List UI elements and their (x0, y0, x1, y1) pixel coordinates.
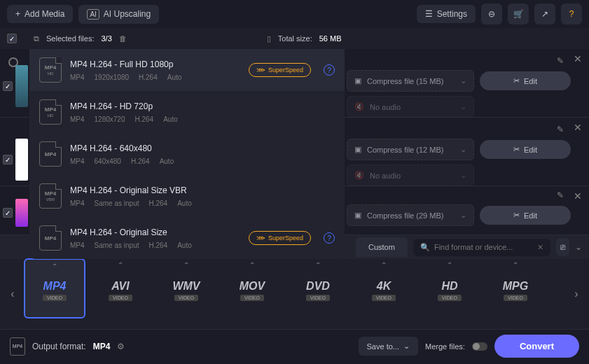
output-format-label: Output format: (32, 342, 86, 351)
format-tile-dvd[interactable]: ⌃ DVD VIDEO (287, 258, 349, 318)
preset-title: MP4 H.264 - Full HD 1080p (70, 59, 240, 69)
help-button[interactable]: ? (561, 4, 582, 24)
preset-title: MP4 H.264 - Original Size VBR (70, 186, 335, 195)
chevron-down-icon[interactable]: ⌄ (575, 242, 582, 252)
preset-info: MP4 H.264 - Original Size MP4Same as inp… (70, 227, 240, 249)
save-to-button[interactable]: Save to... ⌄ (359, 337, 418, 356)
preset-meta: MP41280x720H.264Auto (70, 115, 335, 123)
chevron-down-icon: ⌄ (460, 171, 466, 180)
search-box[interactable]: 🔍 ✕ (413, 239, 550, 256)
chevron-up-icon: ⌃ (315, 261, 321, 269)
thumbnail (15, 199, 28, 227)
chevron-down-icon: ⌄ (460, 145, 466, 154)
cart-icon: 🛒 (513, 9, 524, 19)
compress-dropdown[interactable]: ▣ Compress file (15 MB) ⌄ (347, 70, 474, 92)
file-checkbox[interactable] (3, 155, 13, 164)
preset-title: MP4 H.264 - Original Size (70, 227, 240, 237)
merge-files-toggle[interactable] (472, 342, 487, 351)
close-icon[interactable]: ✕ (574, 190, 582, 202)
output-format-icon: MP4 (10, 337, 25, 356)
format-sublabel: VIDEO (109, 295, 132, 301)
format-tile-wmv[interactable]: ⌃ WMV VIDEO (155, 258, 217, 318)
bolt-icon: ⋙ (256, 234, 265, 241)
close-icon[interactable]: ✕ (574, 53, 582, 64)
compress-label: Compress file (15 MB) (367, 77, 443, 85)
preset-info: MP4 H.264 - Original Size VBR MP4Same as… (70, 186, 335, 207)
edit-button[interactable]: ✂ Edit (480, 206, 571, 225)
audio-dropdown[interactable]: 🔇 No audio ⌄ (347, 96, 474, 118)
merge-files-label: Merge files: (425, 342, 465, 351)
pencil-icon[interactable]: ✎ (557, 190, 564, 200)
file-checkbox[interactable] (3, 81, 13, 91)
edit-button[interactable]: ✂ Edit (480, 71, 571, 90)
chevron-up-icon: ⌃ (118, 261, 123, 269)
gear-icon[interactable]: ⚙ (117, 342, 125, 351)
compress-icon: ▣ (354, 145, 361, 154)
edit-button[interactable]: ✂ Edit (480, 140, 571, 159)
clear-search-icon[interactable]: ✕ (537, 243, 543, 252)
chevron-down-icon: ⌄ (460, 102, 466, 111)
key-button[interactable]: ⊖ (481, 4, 502, 24)
format-sublabel: VIDEO (438, 295, 462, 301)
compress-dropdown[interactable]: ▣ Compress file (12 MB) ⌄ (347, 139, 474, 160)
chevron-down-icon: ⌄ (460, 211, 466, 220)
preset-item[interactable]: MP4HD MP4 H.264 - HD 720p MP41280x720H.2… (29, 91, 345, 133)
format-logo: MP4 (43, 281, 67, 292)
preset-title: MP4 H.264 - HD 720p (70, 102, 335, 111)
ai-icon: AI (87, 9, 99, 20)
device-button[interactable]: ⎚ (556, 238, 569, 256)
format-tile-hd[interactable]: ⌃ HD VIDEO (419, 258, 480, 318)
preset-item[interactable]: MP4VBR MP4 H.264 - Original Size VBR MP4… (29, 175, 345, 217)
compress-dropdown[interactable]: ▣ Compress file (29 MB) ⌄ (347, 204, 474, 226)
edit-label: Edit (524, 146, 537, 154)
search-icon: 🔍 (420, 243, 430, 252)
search-input[interactable] (434, 243, 533, 251)
preset-meta: MP4Same as inputH.264Auto (70, 241, 240, 249)
output-format-value: MP4 (93, 342, 111, 351)
compress-icon: ▣ (354, 211, 361, 220)
next-formats-button[interactable]: › (569, 288, 583, 300)
format-sublabel: VIDEO (504, 295, 527, 301)
info-icon[interactable]: ? (324, 232, 335, 244)
file-checkbox[interactable] (3, 208, 13, 218)
preset-item[interactable]: MP4 MP4 H.264 - Original Size MP4Same as… (29, 217, 345, 259)
format-tile-mpg[interactable]: ⌃ MPG VIDEO (485, 258, 546, 318)
superspeed-badge: ⋙SuperSpeed (249, 63, 311, 77)
add-media-label: Add Media (25, 9, 64, 19)
pencil-icon[interactable]: ✎ (557, 125, 564, 134)
plus-icon: + (15, 9, 20, 19)
preset-item[interactable]: MP4HD MP4 H.264 - Full HD 1080p MP41920x… (29, 49, 345, 91)
format-tile-4k[interactable]: ⌃ 4K VIDEO (353, 258, 415, 318)
prev-formats-button[interactable]: ‹ (6, 288, 20, 300)
format-tile-mov[interactable]: ⌃ MOV VIDEO (221, 258, 283, 318)
custom-tab[interactable]: Custom (356, 237, 408, 257)
format-logo: 4K (377, 281, 391, 292)
convert-button[interactable]: Convert (494, 335, 579, 358)
share-button[interactable]: ↗ (534, 4, 555, 24)
close-icon[interactable]: ✕ (574, 122, 582, 133)
selected-files-count: 3/3 (101, 34, 111, 43)
sliders-icon: ☰ (425, 9, 433, 19)
format-tile-mp4[interactable]: ⌃ MP4 VIDEO (24, 258, 85, 318)
preset-meta: MP4640x480H.264Auto (70, 158, 335, 165)
preset-info: MP4 H.264 - 640x480 MP4640x480H.264Auto (70, 144, 335, 165)
info-icon[interactable]: ? (324, 64, 335, 76)
settings-button[interactable]: ☰ Settings (417, 5, 476, 23)
compress-icon: ▣ (354, 76, 361, 85)
ai-upscaling-button[interactable]: AI AI Upscaling (78, 5, 159, 24)
pencil-icon[interactable]: ✎ (557, 56, 564, 66)
select-all-checkbox[interactable] (7, 34, 17, 43)
trash-icon[interactable]: 🗑 (119, 34, 127, 43)
cart-button[interactable]: 🛒 (508, 4, 529, 24)
audio-dropdown[interactable]: 🔇 No audio ⌄ (347, 164, 474, 186)
add-media-button[interactable]: + Add Media (7, 5, 73, 23)
save-to-label: Save to... (367, 342, 399, 351)
format-sublabel: VIDEO (372, 295, 396, 301)
bolt-icon: ⋙ (256, 66, 265, 74)
preset-title: MP4 H.264 - 640x480 (70, 144, 335, 153)
preset-item[interactable]: MP4 MP4 H.264 - 640x480 MP4640x480H.264A… (29, 133, 345, 175)
total-size-value: 56 MB (319, 34, 342, 43)
chevron-down-icon: ⌄ (460, 76, 466, 85)
format-tile-avi[interactable]: ⌃ AVI VIDEO (90, 258, 151, 318)
scissors-icon: ✂ (513, 76, 520, 85)
